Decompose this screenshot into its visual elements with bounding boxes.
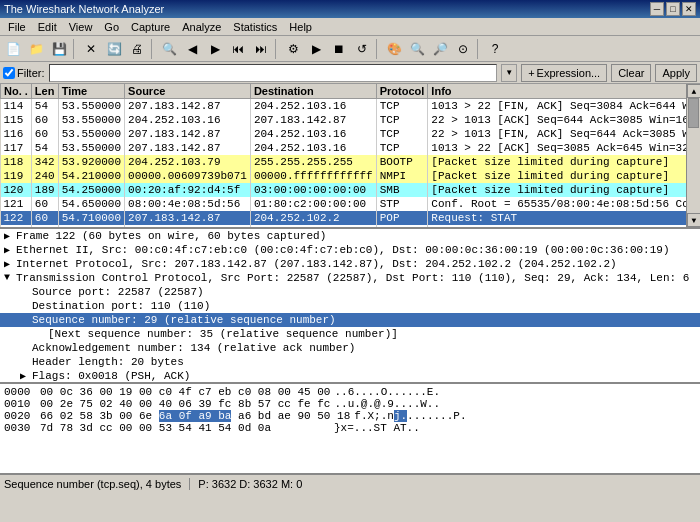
cell-3: 204.252.102.2 bbox=[125, 225, 251, 227]
menu-item-analyze[interactable]: Analyze bbox=[176, 19, 227, 34]
sep2 bbox=[151, 39, 155, 59]
zoom-normal[interactable]: ⊙ bbox=[452, 38, 474, 60]
table-row[interactable]: 11834253.920000204.252.103.79255.255.255… bbox=[1, 155, 687, 169]
find-button[interactable]: 🔍 bbox=[158, 38, 180, 60]
menu-item-help[interactable]: Help bbox=[283, 19, 318, 34]
cell-2: 53.920000 bbox=[58, 155, 124, 169]
go-first-button[interactable]: ⏮ bbox=[227, 38, 249, 60]
table-row[interactable]: 1216054.65000008:00:4e:08:5d:5601:80:c2:… bbox=[1, 197, 687, 211]
cell-6: 1013 > 22 [ACK] Seq=3085 Ack=645 Win=322… bbox=[428, 141, 686, 155]
tree-item[interactable]: Sequence number: 29 (relative sequence n… bbox=[0, 313, 700, 327]
tree-item[interactable]: ▶Flags: 0x0018 (PSH, ACK) bbox=[0, 369, 700, 383]
tree-item[interactable]: ▶Ethernet II, Src: 00:c0:4f:c7:eb:c0 (00… bbox=[0, 243, 700, 257]
menu-item-file[interactable]: File bbox=[2, 19, 32, 34]
tree-item[interactable]: ▼Transmission Control Protocol, Src Port… bbox=[0, 271, 700, 285]
start-capture[interactable]: ▶ bbox=[305, 38, 327, 60]
minimize-button[interactable]: ─ bbox=[650, 2, 664, 16]
zoom-in[interactable]: 🔍 bbox=[406, 38, 428, 60]
cell-0: 116 bbox=[1, 127, 32, 141]
reload-button[interactable]: 🔄 bbox=[103, 38, 125, 60]
new-button[interactable]: 📄 bbox=[2, 38, 24, 60]
print-button[interactable]: 🖨 bbox=[126, 38, 148, 60]
table-row[interactable]: 1175453.550000207.183.142.87204.252.103.… bbox=[1, 141, 687, 155]
go-forward-button[interactable]: ▶ bbox=[204, 38, 226, 60]
table-row[interactable]: 1236654.710000204.252.102.2207.183.142.8… bbox=[1, 225, 687, 227]
tree-item[interactable]: Destination port: 110 (110) bbox=[0, 299, 700, 313]
open-button[interactable]: 📁 bbox=[25, 38, 47, 60]
col-header-no.-.[interactable]: No. . bbox=[1, 84, 32, 99]
tree-toggle-icon[interactable]: ▶ bbox=[4, 258, 16, 270]
tree-toggle-icon[interactable]: ▶ bbox=[4, 230, 16, 242]
table-row[interactable]: 11924054.21000000000.00609739b07100000.f… bbox=[1, 169, 687, 183]
packet-scrollbar[interactable]: ▲ ▼ bbox=[686, 84, 700, 227]
scroll-thumb[interactable] bbox=[688, 98, 699, 128]
cell-2: 53.550000 bbox=[58, 141, 124, 155]
filter-input[interactable] bbox=[49, 64, 498, 82]
table-row[interactable]: 12018954.25000000:20:af:92:d4:5f03:00:00… bbox=[1, 183, 687, 197]
col-header-info[interactable]: Info bbox=[428, 84, 686, 99]
help-button[interactable]: ? bbox=[484, 38, 506, 60]
table-row[interactable]: 1145453.550000207.183.142.87204.252.103.… bbox=[1, 99, 687, 114]
table-row[interactable]: 1156053.550000204.252.103.16207.183.142.… bbox=[1, 113, 687, 127]
cell-5: SMB bbox=[376, 183, 428, 197]
tree-item[interactable]: ▶Frame 122 (60 bytes on wire, 60 bytes c… bbox=[0, 229, 700, 243]
restart-capture[interactable]: ↺ bbox=[351, 38, 373, 60]
cell-0: 117 bbox=[1, 141, 32, 155]
scroll-track[interactable] bbox=[687, 98, 700, 213]
tree-toggle-icon[interactable]: ▶ bbox=[4, 244, 16, 256]
cell-3: 00:20:af:92:d4:5f bbox=[125, 183, 251, 197]
maximize-button[interactable]: □ bbox=[666, 2, 680, 16]
save-button[interactable]: 💾 bbox=[48, 38, 70, 60]
col-header-len[interactable]: Len bbox=[31, 84, 58, 99]
go-last-button[interactable]: ⏭ bbox=[250, 38, 272, 60]
col-header-time[interactable]: Time bbox=[58, 84, 124, 99]
menu-item-statistics[interactable]: Statistics bbox=[227, 19, 283, 34]
hex-bytes: 66 02 58 3b 00 6e 6a 0f a9 ba a6 bd ae 9… bbox=[40, 410, 350, 422]
tree-toggle-icon[interactable]: ▶ bbox=[20, 370, 32, 382]
menu-item-capture[interactable]: Capture bbox=[125, 19, 176, 34]
tree-item[interactable]: Source port: 22587 (22587) bbox=[0, 285, 700, 299]
tree-item-text: Sequence number: 29 (relative sequence n… bbox=[32, 314, 336, 326]
filter-label: Filter: bbox=[3, 67, 45, 79]
expression-button[interactable]: + Expression... bbox=[521, 64, 607, 82]
tree-item[interactable]: ▶Internet Protocol, Src: 207.183.142.87 … bbox=[0, 257, 700, 271]
scroll-down-btn[interactable]: ▼ bbox=[687, 213, 700, 227]
cell-1: 60 bbox=[31, 211, 58, 225]
sep5 bbox=[477, 39, 481, 59]
col-header-protocol[interactable]: Protocol bbox=[376, 84, 428, 99]
filter-checkbox[interactable] bbox=[3, 67, 15, 79]
tree-item-text: Ethernet II, Src: 00:c0:4f:c7:eb:c0 (00:… bbox=[16, 244, 670, 256]
status-right: P: 3632 D: 3632 M: 0 bbox=[198, 478, 302, 490]
color-rules[interactable]: 🎨 bbox=[383, 38, 405, 60]
tree-panel: ▶Frame 122 (60 bytes on wire, 60 bytes c… bbox=[0, 229, 700, 384]
status-left: Sequence number (tcp.seq), 4 bytes bbox=[4, 478, 190, 490]
table-row[interactable]: 1166053.550000207.183.142.87204.252.103.… bbox=[1, 127, 687, 141]
tree-item[interactable]: [Next sequence number: 35 (relative sequ… bbox=[0, 327, 700, 341]
tree-item[interactable]: Header length: 20 bytes bbox=[0, 355, 700, 369]
menu-item-go[interactable]: Go bbox=[98, 19, 125, 34]
cell-6: [Packet size limited during capture] bbox=[428, 183, 686, 197]
cell-1: 189 bbox=[31, 183, 58, 197]
cell-4: 03:00:00:00:00:00 bbox=[250, 183, 376, 197]
stop-capture[interactable]: ⏹ bbox=[328, 38, 350, 60]
clear-button[interactable]: Clear bbox=[611, 64, 651, 82]
close-capture-button[interactable]: ✕ bbox=[80, 38, 102, 60]
tree-item-text: Acknowledgement number: 134 (relative ac… bbox=[32, 342, 355, 354]
filter-dropdown-button[interactable]: ▼ bbox=[501, 64, 517, 82]
menu-item-edit[interactable]: Edit bbox=[32, 19, 63, 34]
cell-3: 207.183.142.87 bbox=[125, 141, 251, 155]
menu-item-view[interactable]: View bbox=[63, 19, 99, 34]
zoom-out[interactable]: 🔎 bbox=[429, 38, 451, 60]
col-header-destination[interactable]: Destination bbox=[250, 84, 376, 99]
tree-item[interactable]: Acknowledgement number: 134 (relative ac… bbox=[0, 341, 700, 355]
cell-6: Response: +OK 2 3467 bbox=[428, 225, 686, 227]
tree-toggle-icon[interactable]: ▼ bbox=[4, 272, 16, 283]
col-header-source[interactable]: Source bbox=[125, 84, 251, 99]
go-back-button[interactable]: ◀ bbox=[181, 38, 203, 60]
hex-row: 002066 02 58 3b 00 6e 6a 0f a9 ba a6 bd … bbox=[4, 410, 696, 422]
apply-button[interactable]: Apply bbox=[655, 64, 697, 82]
table-row[interactable]: 1226054.710000207.183.142.87204.252.102.… bbox=[1, 211, 687, 225]
capture-options[interactable]: ⚙ bbox=[282, 38, 304, 60]
scroll-up-btn[interactable]: ▲ bbox=[687, 84, 700, 98]
close-button[interactable]: ✕ bbox=[682, 2, 696, 16]
